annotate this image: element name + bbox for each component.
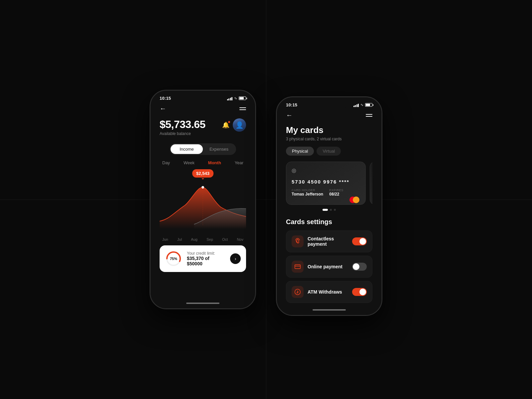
balance-amount: $5,733.65 — [160, 118, 205, 131]
status-time-2: 10:15 — [286, 102, 297, 107]
notif-dot — [228, 121, 230, 123]
card-details-1: CARD HOLDER Tomas Jefferson EXPIRES 08/2… — [292, 189, 360, 197]
cards-settings-title: Cards settings — [286, 218, 372, 226]
balance-label: Available balance — [160, 131, 205, 136]
phone2-nav: ← — [286, 109, 372, 119]
credit-amount: $35,370 of $50000 — [187, 256, 225, 266]
my-cards-subtitle: 3 physical cards, 2 virtual cards — [286, 137, 372, 141]
svg-point-0 — [201, 186, 204, 189]
avatar[interactable]: 👤 — [233, 118, 246, 132]
expires-value-1: 08/22 — [329, 192, 343, 197]
carousel-dot-1[interactable] — [323, 209, 328, 211]
credit-text: Your credit limit: $35,370 of $50000 — [187, 251, 225, 266]
carousel-dot-2[interactable] — [330, 209, 332, 211]
carousel-dots — [286, 209, 372, 211]
menu-icon-2[interactable] — [366, 114, 372, 117]
carousel-dot-3[interactable] — [334, 209, 336, 211]
status-icons-2: ∿ — [353, 103, 373, 107]
chart-label-sep: Sep — [206, 237, 213, 241]
chart-tooltip: $2,543 — [192, 169, 213, 178]
period-selector: Day Week Month Year — [160, 160, 246, 165]
atm-icon — [292, 286, 304, 298]
online-label: Online payment — [308, 264, 348, 269]
credit-circle: 75% — [165, 250, 182, 267]
income-tab[interactable]: Income — [171, 144, 203, 154]
credit-title: Your credit limit: — [187, 251, 225, 256]
chart-label-nov: Nov — [237, 237, 243, 241]
cards-carousel: ◎ 5730 4500 9976 **** CARD HOLDER Tomas … — [286, 162, 372, 205]
atm-label: ATM Withdraws — [308, 289, 348, 295]
status-time-1: 10:15 — [160, 96, 171, 101]
status-icons-1: ∿ — [227, 96, 246, 100]
atm-toggle[interactable] — [352, 288, 367, 296]
contactless-label: Contactless payment — [308, 236, 348, 247]
chart-container: $2,543 — [160, 169, 246, 236]
chart-label-jul: Jul — [177, 237, 182, 241]
wifi-icon-1: ∿ — [234, 96, 237, 100]
balance-section: $5,733.65 Available balance 🔔 👤 — [160, 118, 246, 136]
back-button-1[interactable]: ← — [160, 105, 166, 112]
chart-labels: Jun Jul Aug Sep Oct Nov — [160, 237, 246, 241]
svg-rect-4 — [295, 265, 301, 269]
expires-label-1: EXPIRES — [329, 189, 343, 192]
setting-online: Online payment — [286, 256, 372, 278]
menu-icon-1[interactable] — [239, 107, 246, 110]
signal-icon-1 — [227, 96, 233, 100]
setting-atm: ATM Withdraws — [286, 281, 372, 303]
chart-label-oct: Oct — [222, 237, 228, 241]
battery-icon-1 — [239, 96, 246, 100]
wifi-icon-2: ∿ — [360, 103, 363, 107]
home-indicator-2 — [313, 309, 346, 311]
chart-label-jun: Jun — [162, 237, 168, 241]
my-cards-title: My cards — [286, 125, 372, 135]
card-type-toggle: Physical Virtual — [286, 147, 372, 156]
expenses-tab[interactable]: Expenses — [203, 144, 235, 154]
physical-button[interactable]: Physical — [286, 147, 314, 156]
bank-card-2[interactable]: ◎ 7870 — [370, 162, 372, 205]
notch-1 — [183, 92, 223, 102]
signal-icon-2 — [353, 103, 359, 107]
period-year[interactable]: Year — [235, 160, 243, 165]
phone1-nav: ← — [160, 102, 246, 112]
nfc-icon-1: ◎ — [292, 167, 360, 174]
setting-contactless: Contactless payment — [286, 230, 372, 252]
card-number-1: 5730 4500 9976 **** — [292, 179, 360, 185]
holder-label-1: CARD HOLDER — [292, 189, 323, 192]
income-expenses-toggle[interactable]: Income Expenses — [170, 143, 236, 155]
card-icon — [292, 261, 304, 273]
period-week[interactable]: Week — [184, 160, 195, 165]
period-day[interactable]: Day — [162, 160, 170, 165]
bank-card-1[interactable]: ◎ 5730 4500 9976 **** CARD HOLDER Tomas … — [286, 162, 366, 205]
online-toggle[interactable] — [352, 263, 367, 271]
home-indicator-1 — [186, 303, 219, 304]
battery-icon-2 — [365, 103, 372, 107]
contactless-toggle[interactable] — [352, 237, 367, 245]
credit-widget[interactable]: 75% Your credit limit: $35,370 of $50000… — [160, 245, 246, 272]
virtual-button[interactable]: Virtual — [317, 147, 341, 156]
back-button-2[interactable]: ← — [286, 111, 293, 119]
credit-arrow-button[interactable]: › — [230, 253, 241, 264]
fingerprint-icon — [292, 235, 304, 247]
credit-percent: 75% — [170, 257, 177, 261]
chart-label-aug: Aug — [191, 237, 198, 241]
holder-value-1: Tomas Jefferson — [292, 192, 323, 197]
phones-container: 10:15 ∿ ← — [150, 83, 382, 316]
phone-balance: 10:15 ∿ ← — [150, 90, 256, 309]
notification-bell[interactable]: 🔔 — [222, 121, 229, 129]
notch-2 — [309, 99, 349, 108]
period-month[interactable]: Month — [208, 160, 221, 165]
phone-cards: 10:15 ∿ ← — [276, 96, 382, 316]
